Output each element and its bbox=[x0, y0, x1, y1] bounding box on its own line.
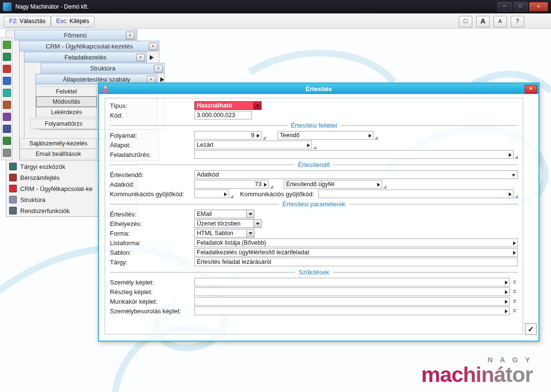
adatkod-value-field[interactable]: Értesítendő ügyfél bbox=[284, 180, 382, 189]
resize-grip-icon[interactable] bbox=[313, 146, 316, 149]
menu-item-email-beallitasok[interactable]: Email beállítások bbox=[20, 149, 97, 159]
close-icon[interactable]: × bbox=[149, 43, 157, 50]
folyamat-value-field[interactable]: Teendő bbox=[277, 131, 373, 140]
feladatszures-row: Feladatszűrés: bbox=[110, 150, 518, 159]
close-icon[interactable]: × bbox=[136, 54, 145, 61]
close-button[interactable]: × bbox=[529, 2, 548, 12]
lookup-arrow-icon[interactable] bbox=[513, 241, 516, 245]
lookup-arrow-icon[interactable] bbox=[224, 192, 227, 196]
module-icon[interactable] bbox=[3, 125, 11, 133]
f2-select-button[interactable]: F2: Választás bbox=[4, 16, 51, 27]
module-icon[interactable] bbox=[3, 149, 11, 157]
menu-item-sajatszemely[interactable]: Sajátszemély-kezelés bbox=[20, 138, 97, 149]
dialog-close-button[interactable]: × bbox=[525, 85, 537, 94]
dialog-titlebar[interactable]: Értesítés × bbox=[99, 83, 539, 94]
szemely-keplet-field[interactable] bbox=[194, 278, 510, 286]
sidebar-item-rendszerfunkciok[interactable]: Rendszerfunkciók bbox=[7, 205, 96, 216]
resize-grip-icon[interactable] bbox=[383, 185, 386, 189]
lookup-arrow-icon[interactable] bbox=[369, 134, 371, 138]
dropdown-button[interactable] bbox=[253, 220, 261, 227]
formula-icon[interactable]: = bbox=[511, 279, 518, 285]
kommunikacios2-field[interactable] bbox=[318, 190, 514, 198]
menu-item-folyamattorzs[interactable]: Folyamattörzs bbox=[30, 119, 97, 129]
menu-window-struktura[interactable]: Struktúra × bbox=[41, 63, 165, 73]
menu-item-modositas[interactable]: Módosítás bbox=[36, 96, 97, 107]
resize-grip-icon[interactable] bbox=[270, 185, 273, 189]
module-icon[interactable] bbox=[3, 113, 11, 121]
sidebar-item-crm[interactable]: CRM - Ügyfélkapcsolat-ke bbox=[7, 183, 96, 194]
submenu-arrow-icon[interactable] bbox=[150, 55, 154, 60]
listaforma-field[interactable]: Feladatok listája (Bővebb) bbox=[194, 238, 518, 247]
ertesites-select[interactable]: EMail bbox=[194, 210, 254, 218]
dropdown-button[interactable] bbox=[246, 210, 254, 218]
lookup-arrow-icon[interactable] bbox=[257, 134, 260, 138]
module-icon[interactable] bbox=[3, 53, 11, 61]
forma-select[interactable]: HTML Sablon bbox=[194, 229, 254, 238]
resize-grip-icon[interactable] bbox=[374, 136, 378, 140]
module-icon[interactable] bbox=[3, 77, 11, 85]
sidebar-item-struktura[interactable]: Struktúra bbox=[7, 194, 96, 205]
sablon-field[interactable]: Feladatkezelés ügyfélértesítő lezártfela… bbox=[194, 248, 518, 257]
formula-icon[interactable]: = bbox=[511, 308, 518, 314]
confirm-button[interactable]: ✓ bbox=[525, 323, 537, 335]
elhelyezes-select[interactable]: Üzenet törzsben bbox=[194, 219, 262, 228]
lookup-arrow-icon[interactable] bbox=[377, 183, 380, 187]
menu-window-crm[interactable]: CRM - Ügyfélkapcsolat-kezelés × bbox=[19, 41, 159, 51]
window-titlebar[interactable]: Nagy Machinátor - Demó kft. ─ □ × bbox=[0, 0, 551, 13]
module-icon-strip bbox=[1, 37, 12, 160]
module-icon[interactable] bbox=[3, 89, 11, 97]
help-button[interactable]: ? bbox=[511, 16, 524, 27]
close-icon[interactable]: × bbox=[154, 65, 163, 72]
esc-exit-button[interactable]: Esc: Kilépés bbox=[51, 16, 95, 27]
kod-field[interactable]: 3.000.000.023 bbox=[194, 111, 252, 119]
sidebar-item-berszamfejtes[interactable]: Bérszámfejtés bbox=[7, 172, 96, 183]
resize-grip-icon[interactable] bbox=[515, 195, 518, 198]
menu-window-feladatkezeles[interactable]: Feladatkezelés × bbox=[24, 52, 147, 62]
targy-field[interactable]: Értesítés feladat lezárásáról bbox=[194, 258, 518, 266]
lookup-arrow-icon[interactable] bbox=[513, 251, 516, 255]
feladatszures-field[interactable] bbox=[194, 150, 514, 159]
font-increase-button[interactable]: A bbox=[476, 16, 490, 27]
lookup-arrow-icon[interactable] bbox=[505, 309, 508, 313]
lookup-arrow-icon[interactable] bbox=[505, 281, 508, 285]
folyamat-code-field[interactable]: 9 bbox=[194, 131, 262, 140]
lookup-arrow-icon[interactable] bbox=[264, 183, 267, 187]
allapot-field[interactable]: Lezárt bbox=[194, 141, 312, 149]
close-icon[interactable]: × bbox=[126, 32, 134, 39]
munkakor-keplet-field[interactable] bbox=[194, 297, 510, 306]
dropdown-button[interactable] bbox=[253, 102, 261, 109]
minimize-button[interactable]: ─ bbox=[497, 2, 512, 12]
module-icon[interactable] bbox=[3, 137, 11, 145]
lookup-arrow-icon[interactable] bbox=[509, 192, 512, 196]
lookup-arrow-icon[interactable] bbox=[307, 143, 310, 147]
module-icon[interactable] bbox=[3, 65, 11, 73]
module-icon[interactable] bbox=[3, 41, 11, 49]
lookup-arrow-icon[interactable] bbox=[505, 290, 508, 294]
lookup-arrow-icon[interactable] bbox=[509, 153, 512, 157]
resize-grip-icon[interactable] bbox=[515, 155, 518, 159]
resize-grip-icon[interactable] bbox=[230, 195, 233, 198]
menu-item-lekerdezes[interactable]: Lekérdezés bbox=[36, 107, 97, 117]
window-mode-button[interactable]: □ bbox=[459, 16, 472, 27]
tipus-select[interactable]: Használható bbox=[194, 101, 262, 110]
maximize-button[interactable]: □ bbox=[513, 2, 527, 12]
adatkod-code-field[interactable]: 73 bbox=[194, 180, 269, 189]
besorolas-keplet-field[interactable] bbox=[194, 307, 510, 315]
lookup-arrow-icon[interactable] bbox=[505, 300, 508, 304]
menu-window-fomenu[interactable]: Főmenü × bbox=[14, 30, 136, 40]
dropdown-button[interactable] bbox=[246, 229, 254, 237]
formula-icon[interactable]: = bbox=[511, 298, 518, 305]
sidebar-item-targyi-eszkozok[interactable]: Tárgyi eszközök bbox=[7, 161, 96, 172]
font-decrease-button[interactable]: A bbox=[493, 16, 507, 27]
ertesites-row: Értesítés: EMail bbox=[110, 210, 518, 218]
menu-item-felvetel[interactable]: Felvétel bbox=[36, 86, 97, 96]
ertesitendo-select[interactable]: Adatkód bbox=[194, 170, 518, 179]
kommunikacios-code-field[interactable] bbox=[194, 190, 229, 198]
resize-grip-icon[interactable] bbox=[263, 136, 266, 140]
dialog-title: Értesítés bbox=[306, 85, 332, 93]
module-icon[interactable] bbox=[3, 101, 11, 109]
formula-icon[interactable]: = bbox=[511, 288, 518, 295]
reszleg-keplet-field[interactable] bbox=[194, 287, 510, 296]
chevron-down-icon[interactable] bbox=[512, 174, 515, 177]
submenu-arrow-icon[interactable] bbox=[160, 77, 164, 82]
